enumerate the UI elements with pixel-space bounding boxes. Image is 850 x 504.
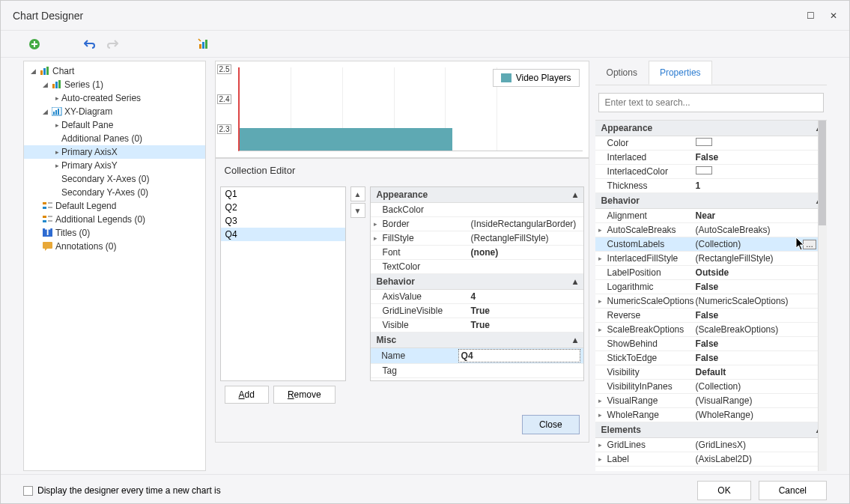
svg-rect-15 — [43, 207, 46, 209]
chart-preview: 2.5 2.4 2.3 Video Players — [215, 61, 589, 158]
svg-rect-6 — [46, 67, 49, 75]
collection-editor-title: Collection Editor — [216, 159, 589, 182]
collection-list[interactable]: Q1 Q2 Q3 Q4 — [220, 186, 346, 381]
add-button[interactable]: Add — [225, 386, 269, 404]
tree-deflegend[interactable]: Default Legend — [24, 199, 205, 213]
list-item[interactable]: Q1 — [221, 187, 345, 201]
svg-rect-3 — [205, 40, 207, 49]
svg-rect-2 — [202, 42, 204, 49]
wizard-icon[interactable] — [197, 37, 210, 51]
color-swatch[interactable] — [696, 138, 712, 146]
svg-rect-11 — [53, 112, 55, 115]
tree-autocreated[interactable]: ▸Auto-created Series — [24, 91, 205, 105]
titlebar: Chart Designer ☐ ✕ — [1, 1, 849, 31]
move-down-button[interactable]: ▼ — [350, 203, 365, 218]
legend-icon — [42, 201, 54, 211]
pg-category[interactable]: Misc▴ — [371, 333, 583, 348]
svg-rect-8 — [55, 82, 58, 88]
svg-rect-24 — [43, 242, 52, 249]
color-swatch[interactable] — [696, 166, 712, 174]
pg-category[interactable]: Appearance▴ — [595, 121, 827, 136]
remove-button[interactable]: Remove — [273, 386, 336, 404]
toolbar — [1, 31, 849, 58]
scrollbar[interactable] — [818, 121, 827, 471]
svg-rect-5 — [43, 68, 46, 75]
tree-panel: ◢Chart ◢Series (1) ▸Auto-created Series … — [23, 61, 206, 471]
svg-rect-4 — [40, 70, 43, 75]
ellipsis-button[interactable]: … — [803, 240, 816, 249]
annotation-icon — [42, 241, 54, 252]
svg-text:T: T — [45, 228, 51, 237]
footer-checkbox-label: Display the designer every time a new ch… — [37, 485, 221, 496]
tree-defaultpane[interactable]: ▸Default Pane — [24, 118, 205, 132]
svg-rect-9 — [58, 80, 61, 88]
footer: Display the designer every time a new ch… — [1, 474, 849, 504]
legend-label: Video Players — [516, 73, 571, 83]
legend-swatch — [501, 73, 511, 82]
tree-addllegends[interactable]: Additional Legends (0) — [24, 213, 205, 226]
tree-addlpanes[interactable]: Additional Panes (0) — [24, 132, 205, 145]
pg-category[interactable]: Elements▴ — [595, 422, 827, 438]
close-button[interactable]: ✕ — [830, 10, 837, 21]
pg-category[interactable]: Behavior▴ — [371, 274, 583, 290]
tree-series[interactable]: ◢Series (1) — [24, 78, 205, 91]
tree-xydiagram[interactable]: ◢XY-Diagram — [24, 105, 205, 118]
property-grid[interactable]: Appearance▴ Color InterlacedFalse Interl… — [595, 120, 827, 471]
tab-properties[interactable]: Properties — [649, 61, 712, 85]
item-property-grid[interactable]: Appearance▴ BackColor ▸Border(InsideRect… — [370, 186, 584, 381]
tree-primaryx[interactable]: ▸Primary AxisX — [24, 145, 205, 159]
collection-editor: Collection Editor Q1 Q2 Q3 Q4 Add Remove — [215, 158, 589, 443]
tree-titles[interactable]: TTitles (0) — [24, 226, 205, 240]
svg-rect-12 — [55, 110, 57, 115]
diagram-icon — [51, 106, 63, 117]
chart-icon — [39, 66, 51, 76]
tree-primaryy[interactable]: ▸Primary AxisY — [24, 159, 205, 172]
properties-panel: Options Properties Appearance▴ Color Int… — [595, 61, 827, 471]
title-icon: T — [42, 228, 54, 238]
search-input[interactable] — [598, 93, 824, 112]
ytick: 2.4 — [217, 94, 232, 104]
tree-secx[interactable]: Secondary X-Axes (0) — [24, 172, 205, 186]
svg-rect-7 — [52, 84, 55, 88]
tab-options[interactable]: Options — [595, 61, 649, 85]
redo-icon[interactable] — [106, 37, 119, 51]
series-icon — [51, 79, 63, 90]
show-designer-checkbox[interactable] — [23, 486, 33, 496]
tree-annotations[interactable]: Annotations (0) — [24, 240, 205, 253]
maximize-button[interactable]: ☐ — [807, 10, 815, 21]
list-item[interactable]: Q3 — [221, 214, 345, 228]
list-item[interactable]: Q4 — [221, 228, 345, 241]
svg-rect-19 — [43, 220, 46, 222]
pg-category[interactable]: Appearance▴ — [371, 187, 583, 203]
svg-rect-18 — [43, 216, 46, 218]
ytick: 2.5 — [217, 64, 232, 74]
window-title: Chart Designer — [13, 10, 83, 22]
bar-segment — [240, 128, 452, 151]
tree-secy[interactable]: Secondary Y-Axes (0) — [24, 186, 205, 199]
svg-rect-1 — [199, 44, 201, 49]
svg-rect-13 — [58, 109, 59, 115]
pg-category[interactable]: Behavior▴ — [595, 193, 827, 209]
cancel-button[interactable]: Cancel — [759, 481, 827, 500]
list-item[interactable]: Q2 — [221, 201, 345, 214]
undo-icon[interactable] — [83, 37, 97, 51]
ok-button[interactable]: OK — [697, 481, 750, 500]
svg-rect-14 — [43, 202, 46, 204]
legend-icon — [42, 214, 54, 225]
name-input[interactable] — [458, 349, 580, 362]
add-icon[interactable] — [28, 37, 41, 51]
close-button[interactable]: Close — [522, 415, 580, 434]
tree-chart[interactable]: ◢Chart — [24, 64, 205, 78]
legend: Video Players — [493, 69, 580, 87]
move-up-button[interactable]: ▲ — [350, 186, 365, 201]
ytick: 2.3 — [217, 124, 232, 134]
